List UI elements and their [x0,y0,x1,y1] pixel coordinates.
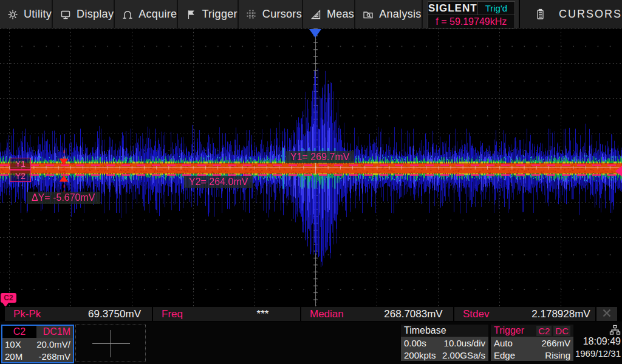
measurement-freq-label: Freq [153,308,225,320]
oscilloscope-screen: Utility Display Acquire Trigger [0,0,622,364]
cursor-y1-handle[interactable]: Y1 [10,158,31,170]
measurement-pkpk-value: 69.3750mV [77,308,152,320]
active-menu-cursors[interactable]: CURSORS [519,0,622,29]
channel-c2-scale-row: 10X 20.0mV/ [2,338,73,350]
measurement-freq-value: *** [225,308,300,320]
timebase-row-1: 0.00s 10.0us/div [401,337,488,349]
trigger-row-1: Auto 266mV [491,337,573,349]
cursors-grid-icon [246,9,257,20]
empty-channel-slot[interactable] [75,325,146,362]
menu-utility[interactable]: Utility [0,0,53,29]
menu-acquire-label: Acquire [138,8,177,21]
menu-meas-label: Meas [327,8,354,21]
cursor-y1-handle-label: Y1 [15,159,26,169]
measurement-median[interactable]: Median 268.7083mV [301,307,454,321]
top-menu-bar: Utility Display Acquire Trigger [0,0,622,29]
waveform-plot-area[interactable]: Y1 Y2 Y1= 269.7mV Y2= 264.0mV ΔY= -5.670… [0,29,622,306]
flag-icon [185,9,196,20]
measurement-median-value: 268.7083mV [374,308,453,320]
timebase-samplerate: 2.00GSa/s [442,350,485,360]
channel-c2-offset: -268mV [38,351,70,362]
channel-c2-coupling[interactable]: DC1M [36,326,73,338]
timebase-delay: 0.00s [404,338,426,348]
trigger-title: Trigger [494,325,535,336]
trigger-type: Edge [494,350,515,360]
measurement-stdev[interactable]: Stdev 2.178928mV [454,307,596,321]
acquire-icon [122,9,133,20]
analysis-folder-icon [363,9,374,20]
channel-c2-vdiv: 20.0mV/ [36,339,70,349]
menu-cursors-label: Cursors [262,8,302,21]
clock-date: 1969/12/31 [575,348,621,359]
bottom-status-bar: C2 DC1M 10X 20.0mV/ 20M -268mV Timebase … [0,322,622,364]
channel-c2-offset-row: 20M -268mV [2,350,73,362]
gear-icon [7,9,18,20]
trigger-mode: Auto [494,338,513,348]
channel-c2-bandwidth: 20M [5,351,22,362]
trigger-position-marker[interactable] [309,29,321,38]
measurement-pkpk-label: Pk-Pk [5,308,77,320]
brand-status-box: SIGLENT Trig'd f = 59.19749kHz [428,1,515,29]
timebase-box[interactable]: Timebase 0.00s 10.0us/div 200kpts 2.00GS… [401,325,488,361]
cursor-delta-y-readout: ΔY= -5.670mV [27,192,100,204]
channel-c2-probe: 10X [5,339,21,349]
timebase-row-2: 200kpts 2.00GSa/s [401,349,488,361]
ruler-triangle-icon [310,9,321,20]
trigger-header: Trigger C2 DC [491,325,573,337]
channel-c2-box[interactable]: C2 DC1M 10X 20.0mV/ 20M -268mV [1,325,74,363]
measurement-close-button[interactable] [596,307,617,321]
trigger-status: Trig'd [478,2,514,15]
measurement-pkpk[interactable]: Pk-Pk 69.3750mV [5,307,153,321]
menu-cursors[interactable]: Cursors [239,0,303,29]
timebase-title: Timebase [401,325,488,337]
brand-top-row: SIGLENT Trig'd [428,2,514,15]
channel-offset-marker[interactable]: C2 [1,293,16,303]
crosshair-icon [92,343,130,344]
menu-analysis-label: Analysis [379,8,421,21]
trigger-level-marker[interactable] [615,166,622,177]
channel-c2-name[interactable]: C2 [2,326,36,338]
clock-area: 18:09:49 1969/12/31 [576,325,621,361]
timebase-memory: 200kpts [404,350,436,360]
waveform-canvas[interactable] [0,29,622,306]
trigger-frequency-readout: f = 59.19749kHz [428,15,514,28]
menu-trigger[interactable]: Trigger [178,0,238,29]
menu-utility-label: Utility [24,8,52,21]
trigger-coupling-chip: DC [553,326,570,336]
measurement-bar: Pk-Pk 69.3750mV Freq *** Median 268.7083… [0,306,622,322]
siglent-logo: SIGLENT [428,2,478,15]
menu-trigger-label: Trigger [202,8,237,21]
trigger-slope: Rising [545,350,570,360]
timebase-scale: 10.0us/div [444,338,485,348]
active-menu-label: CURSORS [559,8,622,21]
trigger-source-chip: C2 [536,326,552,336]
network-icon[interactable] [609,325,621,335]
display-icon [60,9,71,20]
channel-c2-header: C2 DC1M [2,326,73,338]
trigger-row-2: Edge Rising [491,349,573,361]
trigger-box[interactable]: Trigger C2 DC Auto 266mV Edge Rising [491,325,573,361]
measurement-stdev-value: 2.178928mV [527,308,595,320]
trigger-level: 266mV [541,338,570,348]
measurement-freq[interactable]: Freq *** [153,307,301,321]
menu-display[interactable]: Display [53,0,115,29]
cursor-y2-readout: Y2= 264.0mV [184,176,253,188]
cursor-y2-handle-label: Y2 [15,171,26,181]
cursor-y2-handle[interactable]: Y2 [10,170,31,182]
cursor-y1-readout: Y1= 269.7mV [285,151,354,163]
crosshair-icon-vertical [111,330,111,357]
menu-display-label: Display [77,8,114,21]
clipboard-icon [535,8,545,21]
menu-analysis[interactable]: Analysis [355,0,422,29]
close-icon [602,308,612,320]
measurement-cells: Pk-Pk 69.3750mV Freq *** Median 268.7083… [5,307,617,321]
measurement-median-label: Median [301,308,374,320]
measurement-stdev-label: Stdev [454,308,527,320]
menu-acquire[interactable]: Acquire [115,0,178,29]
menu-meas[interactable]: Meas [303,0,355,29]
clock-time: 18:09:49 [583,336,621,347]
